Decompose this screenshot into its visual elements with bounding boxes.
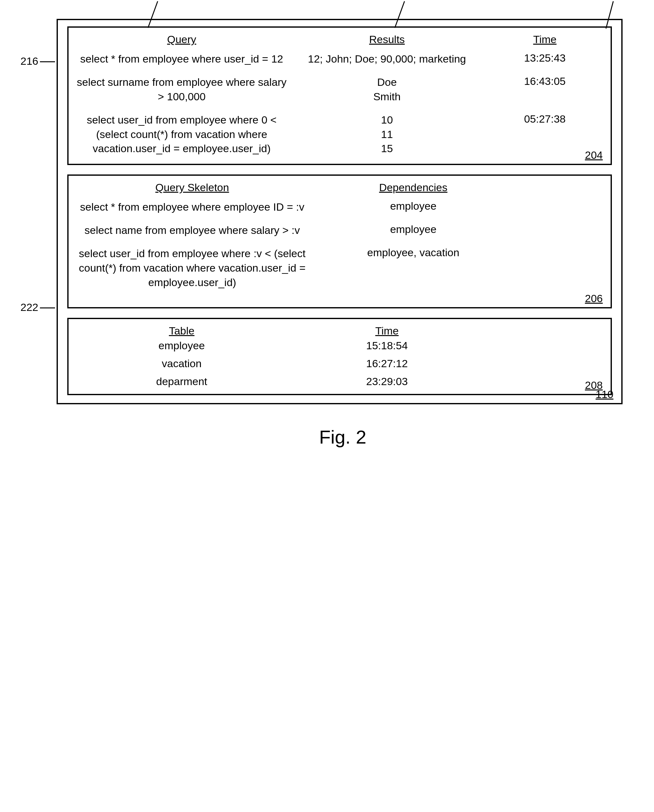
table-cell: vacation <box>76 357 287 370</box>
figure-caption: Fig. 2 <box>57 426 629 448</box>
deps-cell: employee <box>308 200 519 212</box>
query-cell: select user_id from employee where 0 < (… <box>76 113 287 156</box>
table-row: select name from employee where salary >… <box>76 223 603 238</box>
callout-216: 216 <box>20 55 38 67</box>
table-row: vacation 16:27:12 <box>76 357 603 370</box>
header-skeleton: Query Skeleton <box>76 182 308 194</box>
table-time-box: Table Time employee 15:18:54 vacation 16… <box>67 318 612 395</box>
table-cell: deparment <box>76 375 287 388</box>
box2-label: 206 <box>585 292 603 305</box>
time-cell: 16:43:05 <box>487 75 603 87</box>
box1-headers: Query Results Time <box>76 33 603 46</box>
callout-214: 214 <box>605 0 623 0</box>
header-time: Time <box>487 33 603 46</box>
skeleton-cell: select * from employee where employee ID… <box>76 200 308 214</box>
results-cell: 12; John; Doe; 90,000; marketing <box>287 52 487 66</box>
callout-line-222 <box>40 307 55 308</box>
query-results-box: Query Results Time select * from employe… <box>67 26 612 165</box>
callout-212: 212 <box>394 0 413 0</box>
callout-line-216 <box>40 61 55 62</box>
box1-label: 204 <box>585 149 603 161</box>
query-cell: select surname from employee where salar… <box>76 75 287 104</box>
time-cell: 23:29:03 <box>287 375 487 388</box>
deps-cell: employee <box>308 223 519 235</box>
table-row: deparment 23:29:03 <box>76 375 603 388</box>
skeleton-cell: select user_id from employee where :v < … <box>76 246 308 290</box>
outer-box-label: 110 <box>596 388 613 400</box>
deps-cell: employee, vacation <box>308 246 519 259</box>
skeleton-cell: select name from employee where salary >… <box>76 223 308 238</box>
top-callouts: 210 212 214 <box>57 0 623 19</box>
results-cell: Doe Smith <box>287 75 487 104</box>
table-row: select * from employee where employee ID… <box>76 200 603 214</box>
outer-box: Query Results Time select * from employe… <box>57 19 623 404</box>
table-row: select user_id from employee where :v < … <box>76 246 603 290</box>
table-row: select * from employee where user_id = 1… <box>76 52 603 66</box>
time-cell: 16:27:12 <box>287 357 487 370</box>
results-cell: 10 11 15 <box>287 113 487 156</box>
header-table: Table <box>76 325 287 337</box>
time-cell: 15:18:54 <box>287 339 487 352</box>
skeleton-deps-box: Query Skeleton Dependencies select * fro… <box>67 174 612 308</box>
box2-headers: Query Skeleton Dependencies <box>76 182 603 194</box>
header-results: Results <box>287 33 487 46</box>
header-time3: Time <box>287 325 487 337</box>
header-query: Query <box>76 33 287 46</box>
box3-headers: Table Time <box>76 325 603 337</box>
callout-222: 222 <box>20 301 38 313</box>
callout-210: 210 <box>148 0 166 0</box>
query-cell: select * from employee where user_id = 1… <box>76 52 287 66</box>
table-cell: employee <box>76 339 287 352</box>
table-row: select surname from employee where salar… <box>76 75 603 104</box>
time-cell: 13:25:43 <box>487 52 603 64</box>
time-cell: 05:27:38 <box>487 113 603 125</box>
table-row: select user_id from employee where 0 < (… <box>76 113 603 156</box>
header-deps: Dependencies <box>308 182 519 194</box>
table-row: employee 15:18:54 <box>76 339 603 352</box>
